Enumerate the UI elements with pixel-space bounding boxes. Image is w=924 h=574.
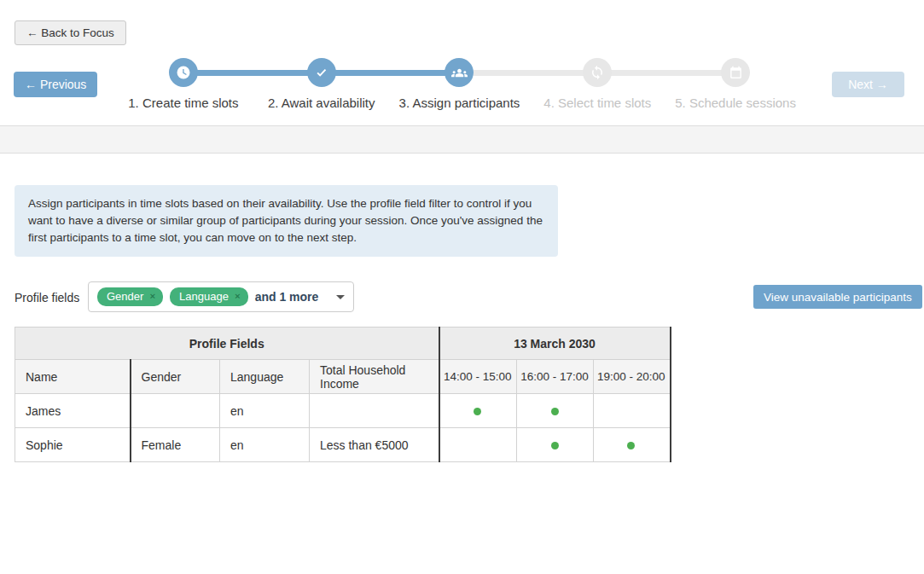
cell-income — [310, 394, 439, 428]
info-callout: Assign participants in time slots based … — [15, 185, 558, 257]
filter-tag-label: Gender — [107, 290, 143, 303]
filter-tag-gender: Gender× — [97, 287, 163, 306]
chevron-down-icon[interactable] — [336, 295, 345, 299]
profile-fields-label: Profile fields — [15, 291, 79, 304]
profile-fields-filter-dropdown[interactable]: Gender×Language×and 1 more — [88, 281, 354, 312]
group-header-date: 13 March 2030 — [439, 328, 671, 360]
availability-dot-icon — [551, 442, 559, 449]
toolbar-band — [0, 125, 924, 154]
group-header-row: Profile Fields13 March 2030 — [15, 328, 671, 360]
back-to-focus-button[interactable]: ← Back to Focus — [15, 20, 126, 45]
availability-dot-icon — [627, 442, 635, 449]
assign-participants-page: ← Back to Focus ← Previous 1. Create tim… — [0, 0, 924, 574]
participants-table-container: Profile Fields13 March 2030 NameGenderLa… — [15, 327, 671, 462]
step-label: 2. Await availability — [268, 96, 375, 110]
refresh-icon[interactable] — [583, 58, 612, 87]
column-header: 16:00 - 17:00 — [517, 360, 594, 394]
cell-name: James — [15, 394, 131, 428]
step-4: 4. Select time slots — [528, 58, 666, 110]
table-body: JamesenSophieFemaleenLess than €5000 — [15, 394, 671, 462]
next-button[interactable]: Next → — [832, 72, 904, 97]
availability-cell[interactable] — [517, 394, 594, 428]
step-2: 2. Await availability — [253, 58, 391, 110]
availability-cell[interactable] — [594, 394, 671, 428]
column-header: 14:00 - 15:00 — [439, 360, 517, 394]
column-header: 19:00 - 20:00 — [594, 360, 671, 394]
availability-cell[interactable] — [439, 428, 517, 462]
step-connector — [335, 70, 446, 76]
availability-cell[interactable] — [594, 428, 671, 462]
step-label: 1. Create time slots — [128, 96, 238, 110]
step-label: 4. Select time slots — [543, 96, 651, 110]
participants-table: Profile Fields13 March 2030 NameGenderLa… — [15, 327, 671, 462]
table-row: SophieFemaleenLess than €5000 — [15, 428, 671, 462]
cell-language: en — [220, 428, 310, 462]
clock-icon[interactable] — [169, 58, 198, 87]
previous-button[interactable]: ← Previous — [14, 72, 97, 97]
step-5: 5. Schedule sessions — [666, 58, 805, 110]
availability-dot-icon — [551, 408, 559, 415]
cell-gender — [131, 394, 220, 428]
filter-more-label[interactable]: and 1 more — [255, 290, 319, 304]
wizard-stepper: 1. Create time slots2. Await availabilit… — [114, 58, 805, 110]
step-connector — [611, 70, 722, 76]
cell-income: Less than €5000 — [310, 428, 439, 462]
cell-language: en — [220, 394, 310, 428]
people-icon[interactable] — [445, 58, 474, 87]
step-label: 3. Assign participants — [399, 96, 520, 110]
cell-name: Sophie — [15, 428, 131, 462]
group-header-profile-fields: Profile Fields — [15, 328, 439, 360]
check-icon[interactable] — [307, 58, 336, 87]
availability-cell[interactable] — [439, 394, 517, 428]
step-3: 3. Assign participants — [391, 58, 529, 110]
column-header-row: NameGenderLanguageTotal Household Income… — [15, 360, 671, 394]
availability-cell[interactable] — [517, 428, 594, 462]
filter-tag-language: Language× — [170, 287, 248, 306]
step-1: 1. Create time slots — [114, 58, 253, 110]
table-head: Profile Fields13 March 2030 NameGenderLa… — [15, 328, 671, 394]
step-connector — [474, 70, 584, 76]
step-connector — [197, 70, 308, 76]
column-header: Total Household Income — [310, 360, 439, 394]
step-label: 5. Schedule sessions — [675, 96, 796, 110]
column-header: Name — [15, 360, 131, 394]
remove-tag-icon[interactable]: × — [149, 292, 155, 302]
filter-tag-label: Language — [179, 290, 229, 303]
view-unavailable-participants-button[interactable]: View unavailable participants — [753, 285, 922, 309]
column-header: Gender — [131, 360, 220, 394]
column-header: Language — [220, 360, 310, 394]
cell-gender: Female — [131, 428, 220, 462]
availability-dot-icon — [474, 408, 481, 415]
table-row: Jamesen — [15, 394, 671, 428]
remove-tag-icon[interactable]: × — [235, 292, 241, 302]
calendar-icon[interactable] — [721, 58, 750, 87]
